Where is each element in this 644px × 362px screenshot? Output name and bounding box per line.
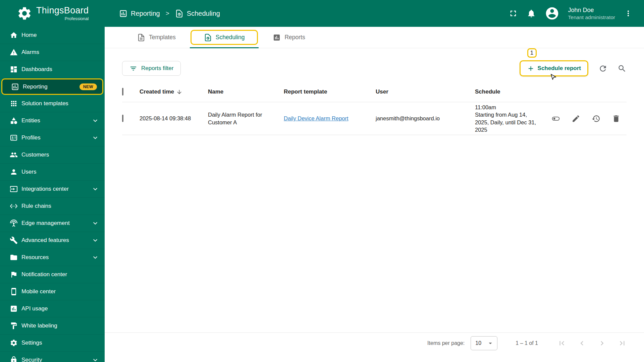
sidebar-item-reporting[interactable]: Reporting NEW (1, 78, 103, 95)
input-icon (10, 185, 18, 193)
document-icon (137, 34, 145, 42)
reports-filter-button[interactable]: Reports filter (122, 61, 181, 76)
sidebar-item-notification-center[interactable]: Notification center (0, 266, 105, 283)
column-schedule[interactable]: Schedule (475, 88, 543, 96)
schedule-report-label: Schedule report (538, 65, 581, 72)
brand: ThingsBoard Professional (0, 6, 105, 21)
sidebar-item-entities[interactable]: Entities (0, 112, 105, 129)
sort-desc-icon (176, 89, 182, 95)
column-user[interactable]: User (376, 88, 475, 96)
sidebar-item-alarms[interactable]: Alarms (0, 44, 105, 61)
refresh-icon (598, 64, 607, 73)
toggle-enabled-button[interactable] (551, 114, 560, 123)
sidebar-item-profiles[interactable]: Profiles (0, 129, 105, 146)
sidebar-item-home[interactable]: Home (0, 27, 105, 44)
more-menu-button[interactable] (624, 9, 633, 18)
user-role: Tenant administrator (568, 14, 615, 20)
header-actions: John Doe Tenant administrator (508, 6, 644, 21)
sidebar-item-label: Advanced features (21, 237, 69, 244)
delete-button[interactable] (612, 114, 621, 123)
tab-reports[interactable]: Reports (259, 27, 319, 48)
sidebar-item-rule-chains[interactable]: Rule chains (0, 198, 105, 215)
antenna-icon (10, 219, 18, 227)
sidebar-item-solution-templates[interactable]: Solution templates (0, 95, 105, 112)
page-range: 1 – 1 of 1 (516, 340, 538, 346)
sidebar-item-mobile-center[interactable]: Mobile center (0, 283, 105, 300)
breadcrumb-scheduling[interactable]: Scheduling (175, 9, 220, 18)
sidebar-item-label: Resources (21, 254, 49, 261)
paginator: Items per page: 10 1 – 1 of 1 (105, 333, 644, 353)
sidebar-item-integrations-center[interactable]: Integrations center (0, 181, 105, 198)
notifications-button[interactable] (527, 9, 536, 18)
previous-page-button[interactable] (578, 339, 586, 348)
paginator-nav (557, 339, 627, 348)
person-icon (10, 168, 18, 176)
sidebar-item-api-usage[interactable]: API usage (0, 300, 105, 317)
select-all-checkbox[interactable] (122, 88, 123, 96)
chevron-down-icon (91, 219, 99, 227)
sidebar-item-advanced-features[interactable]: Advanced features (0, 232, 105, 249)
sidebar-item-label: Dashboards (21, 66, 52, 73)
breadcrumb-separator: > (166, 10, 169, 17)
settings-ethernet-icon (10, 202, 18, 210)
tab-scheduling[interactable]: Scheduling (190, 27, 259, 48)
flag-icon (10, 270, 18, 279)
schedule-time: 11:00am (475, 104, 537, 111)
toolbar-right: 1 Schedule report (520, 60, 627, 76)
sidebar-item-customers[interactable]: Customers (0, 146, 105, 164)
tab-templates[interactable]: Templates (123, 27, 190, 48)
schedule-report-wrap: 1 Schedule report (520, 60, 588, 76)
brand-name: ThingsBoard (36, 6, 89, 16)
sidebar-item-label: Rule chains (21, 203, 51, 209)
history-button[interactable] (592, 114, 600, 123)
new-badge: NEW (79, 83, 97, 90)
first-page-button[interactable] (557, 339, 566, 348)
report-template-link[interactable]: Daily Device Alarm Report (284, 115, 348, 121)
sidebar-item-label: Profiles (21, 134, 41, 141)
cell-created-time: 2025-08-14 09:38:48 (140, 115, 208, 122)
row-actions (543, 114, 627, 123)
plus-icon (527, 65, 535, 72)
filter-icon (129, 65, 137, 72)
table-header-row: Created time Name Report template User S… (122, 82, 627, 102)
sidebar-item-white-labeling[interactable]: White labeling (0, 317, 105, 335)
user-avatar[interactable] (545, 6, 559, 21)
fullscreen-button[interactable] (508, 9, 518, 18)
column-report-template[interactable]: Report template (284, 88, 376, 96)
sidebar-item-dashboards[interactable]: Dashboards (0, 61, 105, 78)
column-name[interactable]: Name (208, 88, 284, 96)
table-row[interactable]: 2025-08-14 09:38:48 Daily Alarm Report f… (122, 102, 627, 135)
tab-label: Scheduling (216, 34, 245, 41)
column-created-time[interactable]: Created time (140, 88, 208, 96)
row-checkbox[interactable] (122, 115, 123, 122)
folder-icon (10, 253, 18, 261)
sidebar-item-label: Reporting (23, 83, 48, 90)
breadcrumb-reporting[interactable]: Reporting (119, 9, 160, 18)
sidebar-item-settings[interactable]: Settings (0, 335, 105, 352)
sidebar-item-resources[interactable]: Resources (0, 249, 105, 266)
edit-button[interactable] (572, 114, 580, 123)
chevron-down-icon (91, 117, 99, 125)
page-size-select[interactable]: 10 (471, 336, 497, 350)
sidebar-item-label: Settings (21, 340, 42, 346)
cell-schedule: 11:00am Starting from Aug 14, 2025, Dail… (475, 104, 543, 133)
sidebar-item-label: Edge management (21, 220, 70, 227)
search-icon (618, 64, 627, 73)
sidebar-item-security[interactable]: Security (0, 352, 105, 362)
last-page-button[interactable] (618, 339, 627, 348)
more-vert-icon (624, 9, 633, 18)
breadcrumb-scheduling-label: Scheduling (187, 10, 220, 17)
bar-chart-icon (273, 34, 281, 42)
edit-pencil-icon (572, 114, 580, 123)
chevron-right-icon (598, 339, 606, 348)
sidebar-item-edge-management[interactable]: Edge management (0, 215, 105, 232)
sidebar-item-users[interactable]: Users (0, 164, 105, 181)
refresh-button[interactable] (598, 64, 607, 73)
sidebar-item-label: API usage (21, 305, 48, 312)
next-page-button[interactable] (598, 339, 606, 348)
cell-name: Daily Alarm Report for Customer A (208, 111, 284, 126)
search-button[interactable] (618, 64, 627, 73)
last-page-icon (618, 339, 627, 348)
first-page-icon (557, 339, 566, 348)
chevron-down-icon (91, 356, 99, 362)
